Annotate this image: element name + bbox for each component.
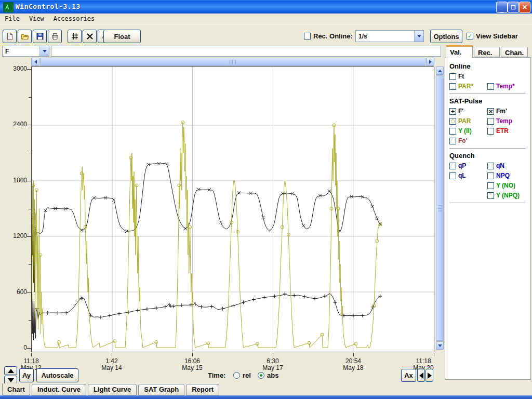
vscroll-thumb[interactable] bbox=[436, 75, 444, 341]
y-minor-tick bbox=[29, 209, 31, 209]
time-rel-radio[interactable] bbox=[233, 372, 240, 379]
print-icon bbox=[51, 32, 59, 41]
channel-combo[interactable]: F bbox=[2, 46, 49, 57]
checkbox-ql[interactable] bbox=[449, 172, 456, 179]
checkbox-label: Temp bbox=[496, 117, 512, 125]
checkbox-fo[interactable] bbox=[449, 138, 456, 144]
checkbox-temp[interactable] bbox=[487, 83, 494, 90]
sidebar-tab-chan[interactable]: Chan. bbox=[501, 47, 528, 57]
time-abs-radio[interactable] bbox=[258, 372, 264, 379]
arrow-right-icon bbox=[429, 60, 432, 64]
hscroll-left-button[interactable] bbox=[31, 58, 39, 66]
tab-report[interactable]: Report bbox=[186, 384, 219, 395]
chart-plot-area[interactable] bbox=[31, 66, 434, 352]
y-minor-tick bbox=[29, 97, 31, 98]
save-file-button[interactable] bbox=[33, 30, 47, 43]
y-minor-tick bbox=[29, 153, 31, 153]
channel-combo-dropdown[interactable] bbox=[39, 46, 49, 56]
checkbox-y-npq[interactable] bbox=[487, 192, 494, 199]
tab-sat-graph[interactable]: SAT Graph bbox=[138, 384, 184, 395]
checkbox-ft[interactable] bbox=[449, 73, 456, 80]
channel-option-y-ii: Y (II) bbox=[449, 127, 487, 135]
arrow-down-icon bbox=[438, 344, 442, 347]
x-scroll-left-button[interactable] bbox=[417, 369, 425, 382]
restore-button[interactable]: ❐ bbox=[508, 2, 519, 13]
open-file-icon bbox=[21, 32, 29, 41]
x-tick bbox=[273, 353, 273, 356]
x-scroll-right-button[interactable] bbox=[425, 369, 433, 382]
checkbox-y-ii[interactable] bbox=[449, 128, 456, 135]
open-file-button[interactable] bbox=[18, 30, 32, 43]
checkbox-label: Fo' bbox=[458, 137, 468, 144]
x-axis-time-label: 6:30 bbox=[252, 357, 294, 365]
ax-button[interactable]: Ax bbox=[401, 369, 416, 382]
new-file-button[interactable] bbox=[3, 30, 17, 43]
tab-induct-curve[interactable]: Induct. Curve bbox=[32, 384, 86, 395]
app-window: WinControl-3.13 _ ❐ ✕ FileViewAccessorie… bbox=[0, 0, 532, 399]
channel-option-etr: ETR bbox=[487, 127, 509, 135]
checkbox-y-no[interactable] bbox=[487, 182, 494, 189]
channel-combo-value: F bbox=[3, 48, 39, 55]
rec-online-label: Rec. Online: bbox=[313, 32, 353, 40]
minimize-button[interactable]: _ bbox=[496, 2, 508, 13]
autoscale-button[interactable]: Autoscale bbox=[36, 368, 78, 382]
menu-item-file[interactable]: File bbox=[0, 14, 24, 23]
ay-button[interactable]: Ay bbox=[19, 368, 34, 382]
y-tick bbox=[27, 181, 31, 181]
sidebar-tab-rec[interactable]: Rec. bbox=[474, 47, 500, 57]
view-sidebar-checkbox[interactable]: ✓ bbox=[467, 33, 473, 39]
sidebar-tab-val[interactable]: Val. bbox=[446, 45, 473, 58]
checkbox-npq[interactable] bbox=[487, 172, 494, 179]
time-label: Time: bbox=[208, 371, 225, 379]
checkbox-label: PAR bbox=[458, 117, 471, 125]
app-icon bbox=[3, 2, 14, 12]
vscroll-up-button[interactable] bbox=[436, 66, 444, 75]
vscroll-down-button[interactable] bbox=[436, 341, 444, 350]
grid-button[interactable] bbox=[68, 30, 82, 43]
x-axis-time-label: 11:18 bbox=[10, 357, 52, 365]
channel-option-qp: qP bbox=[449, 162, 487, 169]
y-scale-up-button[interactable] bbox=[4, 366, 17, 375]
checkbox-fm[interactable]: × bbox=[487, 108, 494, 115]
x-axis-time-label: 1:42 bbox=[91, 357, 132, 365]
checkbox-row: Y (NO) bbox=[449, 182, 526, 189]
checkbox-par[interactable]: ○ bbox=[449, 118, 456, 125]
hscroll-thumb[interactable] bbox=[40, 58, 425, 66]
checkbox-temp[interactable] bbox=[487, 118, 494, 125]
menu-item-accessories[interactable]: Accessories bbox=[49, 14, 99, 23]
sidebar-tab-label: Chan. bbox=[505, 49, 524, 57]
y-axis-label: 1200 bbox=[1, 232, 27, 240]
print-button[interactable] bbox=[48, 30, 62, 43]
channel-option-temp: Temp bbox=[487, 117, 512, 125]
y-axis-label: 2400 bbox=[1, 121, 27, 128]
rec-online-checkbox[interactable] bbox=[304, 33, 311, 39]
checkbox-f[interactable]: + bbox=[449, 108, 456, 115]
grip-icon bbox=[230, 60, 236, 64]
float-button[interactable]: Float bbox=[103, 30, 141, 43]
clear-button[interactable] bbox=[83, 30, 97, 43]
rate-combo-dropdown[interactable] bbox=[414, 31, 423, 42]
y-tick bbox=[27, 292, 31, 293]
arrow-up-icon bbox=[438, 70, 442, 72]
new-file-icon bbox=[6, 32, 14, 41]
checkbox-qp[interactable] bbox=[449, 163, 456, 169]
toolbar: Float Rec. Online: 1/s Options ✓ View Si… bbox=[0, 24, 532, 45]
menu-item-view[interactable]: View bbox=[24, 14, 49, 23]
sidebar-content: OnlineFtPAR*Temp*SAT-Pulse+F'×Fm'○PARTem… bbox=[445, 58, 530, 203]
channel-option-y-no: Y (NO) bbox=[487, 182, 515, 189]
checkbox-qn[interactable] bbox=[487, 163, 494, 169]
close-button[interactable]: ✕ bbox=[519, 2, 530, 13]
checkbox-par[interactable] bbox=[449, 83, 456, 90]
x-tick bbox=[31, 353, 32, 356]
window-title: WinControl-3.13 bbox=[16, 3, 81, 10]
hscroll-right-button[interactable] bbox=[426, 58, 434, 66]
tab-light-curve[interactable]: Light Curve bbox=[88, 384, 137, 395]
y-axis-label: 1800 bbox=[1, 177, 27, 184]
rate-combo[interactable]: 1/s bbox=[355, 30, 424, 42]
options-button[interactable]: Options bbox=[430, 30, 462, 43]
x-tick bbox=[434, 353, 434, 356]
save-file-icon bbox=[36, 32, 44, 41]
checkbox-etr[interactable] bbox=[487, 128, 494, 135]
value-readout-field[interactable] bbox=[51, 46, 441, 57]
tab-chart[interactable]: Chart bbox=[2, 383, 30, 395]
